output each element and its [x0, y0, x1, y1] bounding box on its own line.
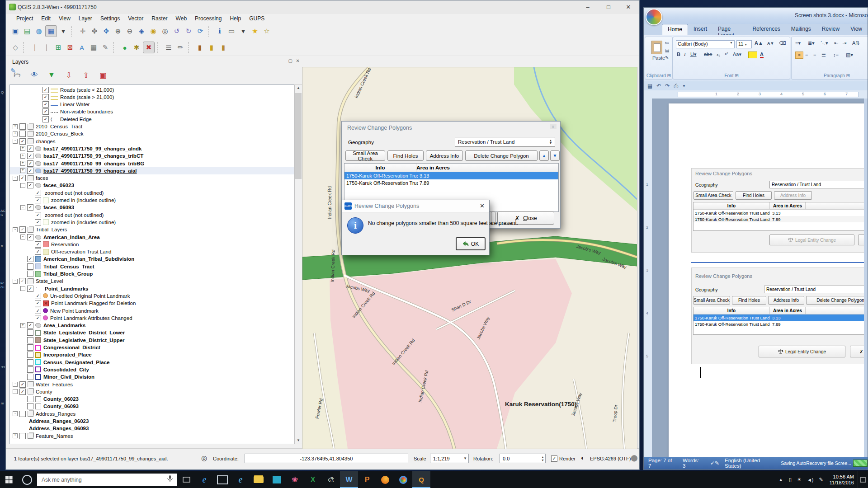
layer-checkbox[interactable] [27, 263, 33, 270]
field-calculator-icon[interactable]: ✎ [100, 42, 111, 53]
layer-item[interactable]: ✓Non-visible boundaries [10, 108, 294, 116]
layer-label[interactable]: Reservation [51, 242, 79, 247]
layer-item[interactable]: +Feature_Names [10, 432, 294, 440]
layer-checkbox[interactable]: ✓ [35, 197, 41, 203]
layer-label[interactable]: Consolidated_City [43, 367, 89, 372]
layer-label[interactable]: County_06023 [43, 396, 79, 402]
tab-references[interactable]: References [747, 24, 785, 35]
layer-item[interactable]: +2010_Census_Tract [10, 123, 294, 131]
layer-checkbox[interactable] [27, 359, 33, 366]
office-button[interactable] [646, 9, 662, 25]
expander-icon[interactable]: + [13, 131, 18, 136]
table-row[interactable]: 1750-Karuk Off-Reservation Trust Land7.8… [693, 321, 868, 327]
layer-item[interactable]: ✓Roads (scale > 21,000) [10, 93, 294, 101]
recent-projects-icon[interactable]: ◍ [33, 26, 44, 37]
italic-icon[interactable]: I [684, 52, 686, 57]
layer-checkbox[interactable]: ✓ [27, 145, 33, 152]
underline-icon[interactable]: U▾ [690, 52, 696, 57]
taskbar-icon-file-explorer[interactable] [250, 471, 268, 488]
layer-checkbox[interactable]: ✓ [35, 241, 41, 248]
shading-icon[interactable]: ▧▾ [846, 52, 853, 58]
layer-item[interactable]: -✓Water_Features [10, 380, 294, 388]
font-color-icon[interactable]: A [760, 52, 764, 58]
layer-checkbox[interactable] [19, 131, 26, 137]
menu-view[interactable]: View [55, 15, 75, 22]
layer-checkbox[interactable]: ✓ [42, 116, 49, 122]
layer-label[interactable]: American_Indian_Tribal_Subdivision [43, 256, 134, 262]
identify-features-icon[interactable]: ℹ [214, 26, 225, 37]
layer-checkbox[interactable]: ✓ [27, 234, 33, 240]
layer-checkbox[interactable]: ✓ [27, 256, 33, 262]
layer-label[interactable]: bas17_49901171750_99_changes_tribCT [43, 153, 143, 159]
small-area-check-button[interactable]: Small Area Check [345, 150, 385, 161]
layer-checkbox[interactable]: ✓ [35, 293, 41, 299]
print-icon[interactable]: ⎙ [674, 83, 678, 89]
layer-checkbox[interactable]: ✓ [19, 278, 26, 284]
expander-icon[interactable]: - [20, 235, 25, 239]
menu-gups[interactable]: GUPS [245, 15, 269, 22]
vertical-ruler[interactable]: 12345 [644, 99, 652, 457]
tab-view[interactable]: View [845, 24, 868, 35]
layer-label[interactable]: Tribal_Block_Group [43, 271, 93, 277]
layer-checkbox[interactable] [27, 271, 33, 277]
layer-label[interactable]: Point Landmark Attributes Changed [50, 315, 132, 321]
expander-icon[interactable]: - [20, 205, 25, 210]
taskbar-icon-word[interactable]: W [340, 471, 358, 488]
expander-icon[interactable]: - [13, 176, 18, 181]
layer-item[interactable]: Address_Ranges_06093 [10, 425, 294, 432]
layer-checkbox[interactable]: ✓ [19, 175, 26, 181]
taskbar-icon-photos[interactable]: ❀ [286, 471, 304, 488]
layer-item[interactable]: -✓Tribal_Layers [10, 226, 294, 234]
word-count[interactable]: Words: 3 [683, 458, 702, 469]
touch-zoom-icon[interactable]: ✛ [77, 26, 88, 37]
geography-combo[interactable]: Reservation / Trust Land ▲▼ [455, 137, 555, 147]
dialog-close-icon[interactable]: x [550, 124, 557, 129]
pan-to-selection-icon[interactable]: ✥ [101, 26, 112, 37]
epsg-status[interactable]: EPSG:4269 (OTF) [590, 456, 631, 461]
save-project-icon[interactable]: ▣ [10, 26, 21, 37]
subscript-icon[interactable]: x₂ [717, 52, 720, 57]
layer-label[interactable]: Point Landmark Flagged for Deletion [51, 300, 136, 306]
delete-point-landmark-icon[interactable]: ✖ [143, 42, 155, 53]
expander-icon[interactable]: - [13, 389, 18, 394]
zoom-to-layer-icon[interactable]: ◎ [160, 26, 170, 37]
layer-label[interactable]: Off-reservation Trust Land [51, 249, 111, 254]
layer-checkbox[interactable]: ✓ [27, 168, 33, 174]
layer-item[interactable]: -✓State_Level [10, 277, 294, 285]
messages-icon[interactable]: ⬤ [631, 454, 638, 461]
zoom-out-icon[interactable]: ⊖ [124, 26, 135, 37]
layer-label[interactable]: Minor_Civil_Division [43, 374, 94, 380]
layer-item[interactable]: ✓〈Deleted Edge [10, 115, 294, 123]
word-vertical-scrollbar[interactable] [864, 99, 868, 457]
layer-label[interactable]: 2010_Census_Block [36, 131, 84, 136]
layer-checkbox[interactable]: ✓ [27, 204, 33, 211]
taskbar-icon-excel[interactable]: X [304, 471, 322, 488]
table-row[interactable]: 1750-Karuk Off-Reservation Trust Land3.1… [344, 172, 558, 179]
layer-label[interactable]: zoomed in (includes outline) [51, 197, 116, 203]
layer-item[interactable]: -✓American_Indian_Area [10, 233, 294, 241]
scroll-down-icon[interactable]: ▼ [295, 437, 302, 444]
layer-item[interactable]: +✓bas17_49901171750_99_changes_tribCT [10, 152, 294, 160]
menu-settings[interactable]: Settings [96, 15, 124, 22]
ok-button[interactable]: OK [456, 237, 486, 250]
start-button[interactable] [0, 471, 18, 488]
word-titlebar[interactable]: Screen shots 3.docx - Microsoft Word [644, 8, 868, 24]
layer-label[interactable]: bas17_49901171750_99_changes_alndk [43, 146, 142, 151]
layer-label[interactable]: Address_Ranges [36, 411, 75, 417]
align-left-icon[interactable]: ≡ [795, 52, 803, 59]
expand-all-icon[interactable]: ⇩ [62, 69, 75, 81]
font-name-combo[interactable]: Calibri (Body) ▼ [676, 40, 735, 48]
layer-label[interactable]: Roads (scale > 21,000) [60, 94, 114, 100]
layer-label[interactable]: Roads (scale < 21,000) [60, 87, 114, 93]
layer-checkbox[interactable]: ✓ [27, 322, 33, 328]
expander-icon[interactable]: + [20, 146, 25, 151]
layer-item[interactable]: Minor_Civil_Division [10, 373, 294, 381]
expander-icon[interactable]: - [20, 286, 25, 291]
document-page[interactable]: Review Change Polygons Geography Reserva… [669, 103, 868, 457]
menu-layer[interactable]: Layer [75, 15, 96, 22]
dialog-titlebar[interactable]: Review Change Polygons x [342, 122, 560, 134]
save-icon[interactable]: ▤ [647, 83, 652, 89]
superscript-icon[interactable]: x² [725, 52, 728, 56]
layer-checkbox[interactable]: ✓ [27, 286, 33, 292]
menu-processing[interactable]: Processing [191, 15, 226, 22]
